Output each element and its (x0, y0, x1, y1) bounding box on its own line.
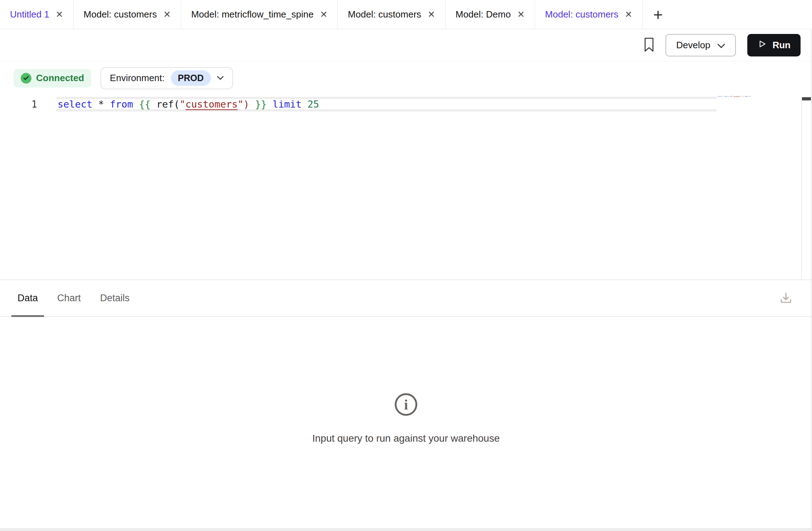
tab-label: Model: customers (348, 9, 421, 20)
tab-details[interactable]: Details (94, 280, 136, 316)
close-icon[interactable]: ✕ (517, 10, 525, 19)
code-token (302, 99, 307, 110)
editor-tab-4[interactable]: Model: Demo✕ (446, 0, 535, 29)
results-panel: DataChartDetails i Input query to run ag… (0, 279, 812, 528)
code-token (249, 99, 255, 110)
right-edge-border (811, 29, 812, 528)
editor-tab-2[interactable]: Model: metricflow_time_spine✕ (181, 0, 338, 29)
code-token (93, 99, 98, 110)
close-icon[interactable]: ✕ (625, 10, 632, 19)
editor-tab-5[interactable]: Model: customers✕ (535, 0, 643, 29)
develop-label: Develop (676, 40, 710, 51)
results-empty-state: i Input query to run against your wareho… (0, 317, 812, 528)
chevron-down-icon (217, 75, 224, 81)
code-token: customers (185, 99, 238, 110)
editor-tab-1[interactable]: Model: customers✕ (74, 0, 181, 29)
environment-label: Environment: (110, 73, 164, 84)
code-token (267, 99, 272, 110)
download-icon (778, 290, 793, 306)
close-icon[interactable]: ✕ (56, 10, 63, 19)
ide-window: Untitled 1✕Model: customers✕Model: metri… (0, 0, 812, 531)
code-token: {{ (139, 99, 151, 110)
new-tab-button[interactable]: + (643, 0, 673, 29)
line-number: 1 (31, 99, 37, 110)
header-toolbar: Develop Run (0, 29, 812, 61)
bookmark-icon (644, 38, 654, 53)
scrollbar-thumb[interactable] (802, 97, 811, 100)
develop-dropdown-button[interactable]: Develop (665, 34, 736, 56)
environment-value-badge: PROD (171, 70, 211, 86)
code-token: 25 (307, 99, 319, 110)
run-button[interactable]: Run (747, 34, 801, 56)
tab-label: Untitled 1 (10, 9, 49, 20)
tab-chart[interactable]: Chart (51, 280, 87, 316)
bottom-edge-strip (0, 528, 812, 531)
play-icon (757, 39, 767, 51)
code-line[interactable]: select * from {{ ref("customers") }} lim… (58, 99, 319, 109)
tab-label: Model: Demo (456, 9, 511, 20)
tab-label: Model: customers (545, 9, 618, 20)
editor-tab-bar: Untitled 1✕Model: customers✕Model: metri… (0, 0, 812, 29)
editor-tab-0[interactable]: Untitled 1✕ (0, 0, 74, 29)
code-token (133, 99, 139, 110)
tab-label: Model: customers (84, 9, 157, 20)
bookmark-button[interactable] (644, 38, 654, 53)
check-icon (21, 73, 31, 84)
code-token: ) (243, 99, 249, 110)
tab-data[interactable]: Data (11, 280, 44, 316)
code-token: }} (255, 99, 267, 110)
code-token: select (718, 96, 722, 97)
svg-text:i: i (404, 397, 408, 413)
code-token: " (238, 99, 243, 110)
connection-status-label: Connected (36, 73, 84, 84)
plus-icon: + (653, 5, 663, 24)
chevron-down-icon (717, 40, 725, 51)
download-button[interactable] (778, 290, 793, 306)
code-token (104, 99, 110, 110)
scrollbar-track[interactable] (801, 98, 802, 279)
minimap[interactable]: select * from {{ ref("customers") }} lim… (718, 96, 812, 106)
status-row: Connected Environment: PROD (0, 61, 812, 95)
environment-selector[interactable]: Environment: PROD (100, 67, 233, 89)
code-token: ref( (150, 99, 179, 110)
code-token: from (110, 99, 133, 110)
tab-label: Model: metricflow_time_spine (191, 9, 313, 20)
close-icon[interactable]: ✕ (320, 10, 327, 19)
empty-state-message: Input query to run against your warehous… (312, 433, 500, 444)
code-token: customers (734, 96, 740, 97)
editor-tab-3[interactable]: Model: customers✕ (338, 0, 445, 29)
minimap-code: select * from {{ ref("customers") }} lim… (718, 96, 750, 97)
code-token: limit (273, 99, 302, 110)
active-line-highlight[interactable]: select * from {{ ref("customers") }} lim… (56, 97, 717, 111)
code-token: " (179, 99, 185, 110)
run-label: Run (772, 40, 791, 51)
code-token: limit (744, 96, 748, 97)
code-token: 25 (749, 96, 750, 97)
sql-editor[interactable]: 1 select * from {{ ref("customers") }} l… (0, 95, 812, 279)
code-token: * (98, 99, 104, 110)
code-token: ref( (729, 96, 733, 97)
results-tabs: DataChartDetails (11, 280, 143, 316)
code-token: select (58, 99, 93, 110)
connection-status-badge: Connected (14, 69, 91, 88)
info-icon: i (394, 393, 418, 418)
results-tab-bar: DataChartDetails (0, 280, 812, 317)
close-icon[interactable]: ✕ (428, 10, 435, 19)
code-token: from (724, 96, 727, 97)
close-icon[interactable]: ✕ (163, 10, 171, 19)
